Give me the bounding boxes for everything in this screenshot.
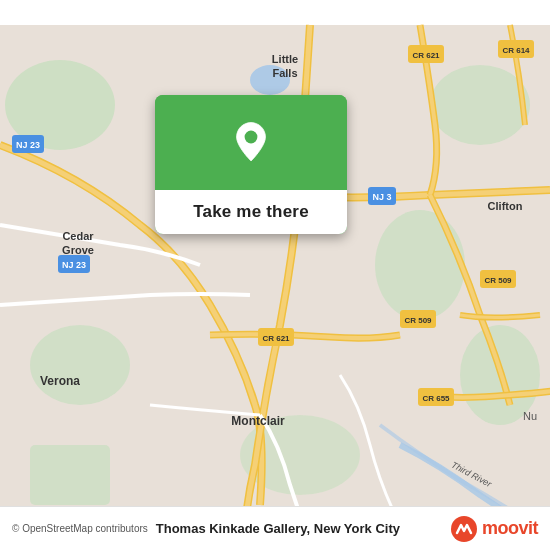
svg-point-5 <box>30 325 130 405</box>
svg-text:NJ 23: NJ 23 <box>62 260 86 270</box>
svg-text:CR 655: CR 655 <box>422 394 450 403</box>
svg-text:CR 621: CR 621 <box>412 51 440 60</box>
moovit-text: moovit <box>482 518 538 539</box>
svg-text:Cedar: Cedar <box>62 230 94 242</box>
svg-text:NJ 3: NJ 3 <box>372 192 391 202</box>
map-container: NJ 23 NJ 23 NJ 3 CR 621 CR 614 CR 509 CR… <box>0 0 550 550</box>
svg-text:CR 509: CR 509 <box>404 316 432 325</box>
location-title: Thomas Kinkade Gallery, New York City <box>156 521 400 536</box>
svg-text:Clifton: Clifton <box>488 200 523 212</box>
svg-text:CR 614: CR 614 <box>502 46 530 55</box>
svg-point-2 <box>430 65 530 145</box>
popup-card: Take me there <box>155 95 347 234</box>
svg-point-36 <box>245 130 258 143</box>
svg-rect-6 <box>30 445 110 505</box>
svg-text:Verona: Verona <box>40 374 80 388</box>
svg-text:CR 621: CR 621 <box>262 334 290 343</box>
moovit-logo-icon <box>450 515 478 543</box>
osm-credit: © OpenStreetMap contributors <box>12 523 148 534</box>
popup-triangle <box>237 233 265 234</box>
svg-text:Grove: Grove <box>62 244 94 256</box>
take-me-there-button[interactable]: Take me there <box>155 190 347 234</box>
svg-point-3 <box>375 210 465 320</box>
popup-top <box>155 95 347 190</box>
bottom-bar: © OpenStreetMap contributors Thomas Kink… <box>0 506 550 550</box>
svg-text:Falls: Falls <box>272 67 297 79</box>
svg-text:NJ 23: NJ 23 <box>16 140 40 150</box>
svg-text:CR 509: CR 509 <box>484 276 512 285</box>
moovit-logo: moovit <box>450 515 538 543</box>
svg-text:Little: Little <box>272 53 298 65</box>
map-pin-icon <box>229 121 273 165</box>
svg-text:Nu: Nu <box>523 410 537 422</box>
svg-text:Montclair: Montclair <box>231 414 285 428</box>
map-background: NJ 23 NJ 23 NJ 3 CR 621 CR 614 CR 509 CR… <box>0 0 550 550</box>
